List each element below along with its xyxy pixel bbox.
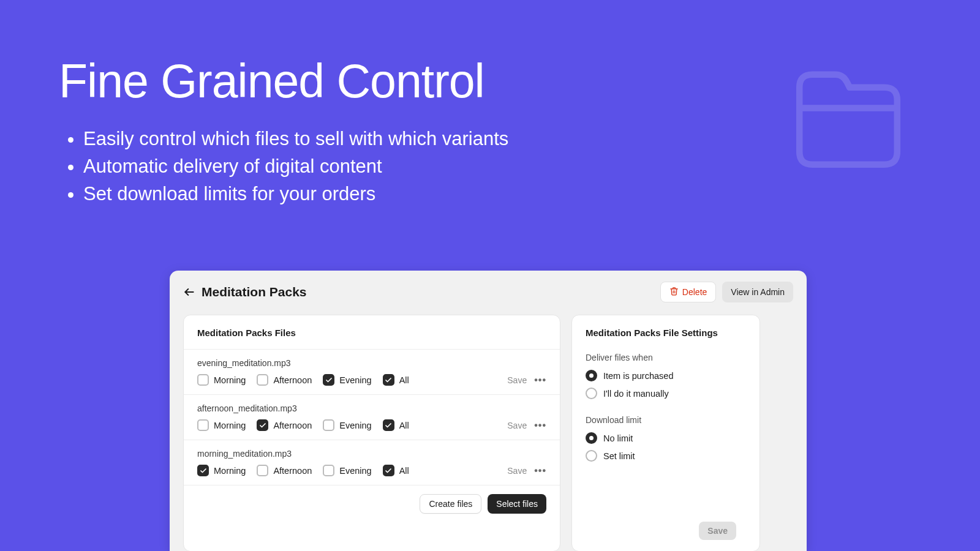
file-row: morning_meditation.mp3 Morning Afternoon…: [184, 440, 560, 485]
file-row-save-button[interactable]: Save: [507, 466, 527, 476]
checkbox-box: [257, 419, 268, 431]
back-arrow-icon[interactable]: [183, 286, 195, 298]
checkbox-label: All: [399, 466, 409, 476]
variant-evening-checkbox[interactable]: Evening: [323, 374, 371, 386]
checkbox-box: [197, 465, 209, 476]
checkbox-label: Evening: [339, 466, 371, 476]
delete-button-label: Delete: [682, 287, 707, 297]
file-row: evening_meditation.mp3 Morning Afternoon…: [184, 349, 560, 394]
file-name: morning_meditation.mp3: [197, 449, 546, 459]
hero-bullet: Set download limits for your orders: [83, 181, 921, 208]
files-card-title: Meditation Packs Files: [184, 315, 560, 349]
admin-panel: Meditation Packs Delete View in Admin Me…: [170, 271, 807, 551]
checkbox-box: [257, 374, 268, 386]
radio-label: I'll do it manually: [603, 389, 669, 399]
radio-label: Item is purchased: [603, 371, 673, 381]
deliver-group: Deliver files when Item is purchased I'l…: [586, 353, 746, 399]
variant-all-checkbox[interactable]: All: [383, 419, 409, 431]
variant-morning-checkbox[interactable]: Morning: [197, 419, 246, 431]
file-row: afternoon_meditation.mp3 Morning Afterno…: [184, 394, 560, 440]
checkbox-label: Morning: [214, 375, 246, 385]
more-actions-icon[interactable]: •••: [534, 375, 546, 386]
variant-all-checkbox[interactable]: All: [383, 465, 409, 476]
variant-checkbox-line: Morning Afternoon Evening All: [197, 419, 546, 431]
variant-afternoon-checkbox[interactable]: Afternoon: [257, 465, 312, 476]
radio-label: No limit: [603, 433, 633, 443]
checkbox-label: Evening: [339, 421, 371, 430]
file-row-save-button[interactable]: Save: [507, 421, 527, 430]
view-in-admin-button[interactable]: View in Admin: [722, 282, 793, 302]
trash-icon: [669, 287, 679, 298]
checkbox-box: [383, 419, 394, 431]
checkbox-box: [197, 374, 209, 386]
checkbox-label: Morning: [214, 466, 246, 476]
download-limit-radio[interactable]: Set limit: [586, 450, 746, 462]
view-in-admin-label: View in Admin: [731, 287, 785, 297]
settings-card-title: Meditation Packs File Settings: [586, 328, 746, 338]
checkbox-label: Afternoon: [273, 421, 312, 430]
checkbox-label: All: [399, 375, 409, 385]
select-files-button[interactable]: Select files: [488, 494, 546, 514]
radio-ring: [586, 388, 597, 399]
create-files-button[interactable]: Create files: [420, 494, 481, 514]
variant-afternoon-checkbox[interactable]: Afternoon: [257, 419, 312, 431]
radio-ring: [586, 450, 597, 462]
checkbox-label: Afternoon: [273, 375, 312, 385]
checkbox-box: [383, 465, 394, 476]
variant-checkbox-line: Morning Afternoon Evening All: [197, 465, 546, 476]
file-name: evening_meditation.mp3: [197, 358, 546, 368]
variant-morning-checkbox[interactable]: Morning: [197, 374, 246, 386]
checkbox-box: [323, 465, 334, 476]
download-limit-radio[interactable]: No limit: [586, 432, 746, 444]
variant-checkbox-line: Morning Afternoon Evening All: [197, 374, 546, 386]
radio-label: Set limit: [603, 451, 635, 461]
download-limit-group: Download limit No limit Set limit: [586, 415, 746, 462]
deliver-label: Deliver files when: [586, 353, 746, 362]
checkbox-label: Afternoon: [273, 466, 312, 476]
download-limit-label: Download limit: [586, 415, 746, 425]
radio-ring: [586, 370, 597, 381]
variant-afternoon-checkbox[interactable]: Afternoon: [257, 374, 312, 386]
checkbox-label: Morning: [214, 421, 246, 430]
delete-button[interactable]: Delete: [660, 282, 716, 302]
variant-all-checkbox[interactable]: All: [383, 374, 409, 386]
checkbox-label: Evening: [339, 375, 371, 385]
checkbox-box: [383, 374, 394, 386]
file-name: afternoon_meditation.mp3: [197, 403, 546, 413]
variant-evening-checkbox[interactable]: Evening: [323, 465, 371, 476]
deliver-radio[interactable]: Item is purchased: [586, 370, 746, 381]
checkbox-box: [323, 374, 334, 386]
variant-evening-checkbox[interactable]: Evening: [323, 419, 371, 431]
folder-icon: [784, 51, 913, 182]
file-row-save-button[interactable]: Save: [507, 375, 527, 385]
variant-morning-checkbox[interactable]: Morning: [197, 465, 246, 476]
file-settings-card: Meditation Packs File Settings Deliver f…: [571, 315, 760, 551]
radio-ring: [586, 432, 597, 444]
checkbox-box: [197, 419, 209, 431]
settings-save-button[interactable]: Save: [699, 522, 736, 540]
more-actions-icon[interactable]: •••: [534, 465, 546, 476]
checkbox-box: [323, 419, 334, 431]
checkbox-box: [257, 465, 268, 476]
page-title: Meditation Packs: [202, 285, 307, 299]
deliver-radio[interactable]: I'll do it manually: [586, 388, 746, 399]
files-card: Meditation Packs Files evening_meditatio…: [183, 315, 560, 551]
more-actions-icon[interactable]: •••: [534, 420, 546, 431]
checkbox-label: All: [399, 421, 409, 430]
